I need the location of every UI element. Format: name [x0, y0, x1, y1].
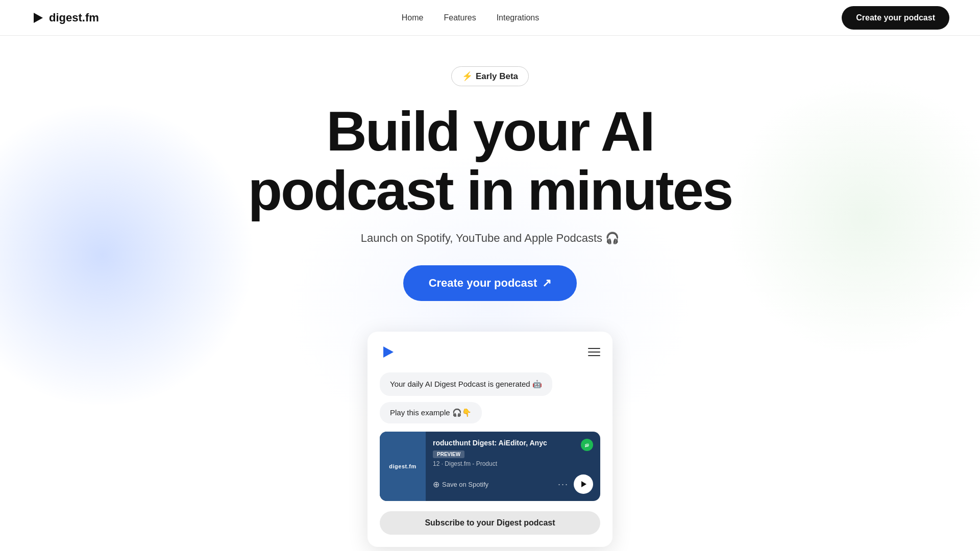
app-card: Your daily AI Digest Podcast is generate…: [368, 332, 612, 547]
svg-marker-3: [581, 481, 586, 487]
save-label: Save on Spotify: [442, 481, 488, 488]
svg-point-2: [583, 441, 591, 448]
hero-title-line1: Build your AI: [326, 99, 653, 162]
nav-features[interactable]: Features: [444, 13, 476, 22]
spotify-controls: ···: [558, 474, 593, 494]
navbar: digest.fm Home Features Integrations Cre…: [0, 0, 980, 36]
badge-label: Early Beta: [476, 71, 518, 82]
external-link-icon: ↗: [542, 277, 551, 290]
save-spotify-button[interactable]: ⊕ Save on Spotify: [433, 480, 488, 489]
hero-subtitle: Launch on Spotify, YouTube and Apple Pod…: [361, 232, 619, 245]
app-card-header: [380, 344, 600, 360]
svg-marker-0: [34, 13, 43, 23]
spotify-top-row: roducthunt Digest: AiEditor, Anyc PREVIE…: [433, 439, 593, 471]
nav-links: Home Features Integrations: [402, 13, 539, 22]
nav-integrations[interactable]: Integrations: [497, 13, 540, 22]
spotify-icon: [581, 439, 593, 451]
spotify-card: digest.fm roducthunt Digest: AiEditor, A…: [380, 432, 600, 501]
logo[interactable]: digest.fm: [31, 11, 99, 25]
preview-badge: PREVIEW: [433, 450, 464, 458]
hero-cta-button[interactable]: Create your podcast ↗: [403, 265, 577, 301]
hero-cta-label: Create your podcast: [429, 277, 537, 290]
msg-bubble-1: Your daily AI Digest Podcast is generate…: [380, 372, 552, 396]
hero-section: ⚡ Early Beta Build your AI podcast in mi…: [0, 36, 980, 547]
spotify-title: roducthunt Digest: AiEditor, Anyc: [433, 439, 547, 447]
app-card-logo: [380, 344, 396, 360]
hero-title-line2: podcast in minutes: [248, 159, 732, 221]
logo-text: digest.fm: [49, 11, 99, 24]
app-card-wrapper: Your daily AI Digest Podcast is generate…: [368, 332, 612, 547]
message-1: Your daily AI Digest Podcast is generate…: [380, 372, 600, 402]
spotify-info: roducthunt Digest: AiEditor, Anyc PREVIE…: [426, 432, 600, 501]
menu-icon[interactable]: [588, 348, 600, 356]
spotify-artwork: digest.fm: [380, 432, 426, 501]
spotify-bottom-row: ⊕ Save on Spotify ···: [433, 474, 593, 494]
spotify-meta: 12 · Digest.fm - Product: [433, 460, 547, 467]
play-bubble: Play this example 🎧👇: [380, 402, 482, 423]
svg-marker-1: [383, 346, 394, 358]
hero-title: Build your AI podcast in minutes: [248, 102, 732, 219]
subscribe-button[interactable]: Subscribe to your Digest podcast: [380, 511, 600, 535]
play-button[interactable]: [574, 474, 593, 494]
nav-cta-button[interactable]: Create your podcast: [842, 6, 949, 30]
early-beta-badge: ⚡ Early Beta: [451, 66, 529, 86]
message-2: Play this example 🎧👇: [380, 402, 600, 432]
more-options-icon[interactable]: ···: [558, 479, 569, 490]
digest-logo: digest.fm: [389, 463, 416, 469]
logo-icon: [31, 11, 45, 25]
badge-icon: ⚡: [462, 71, 473, 82]
save-icon: ⊕: [433, 480, 439, 489]
nav-home[interactable]: Home: [402, 13, 424, 22]
